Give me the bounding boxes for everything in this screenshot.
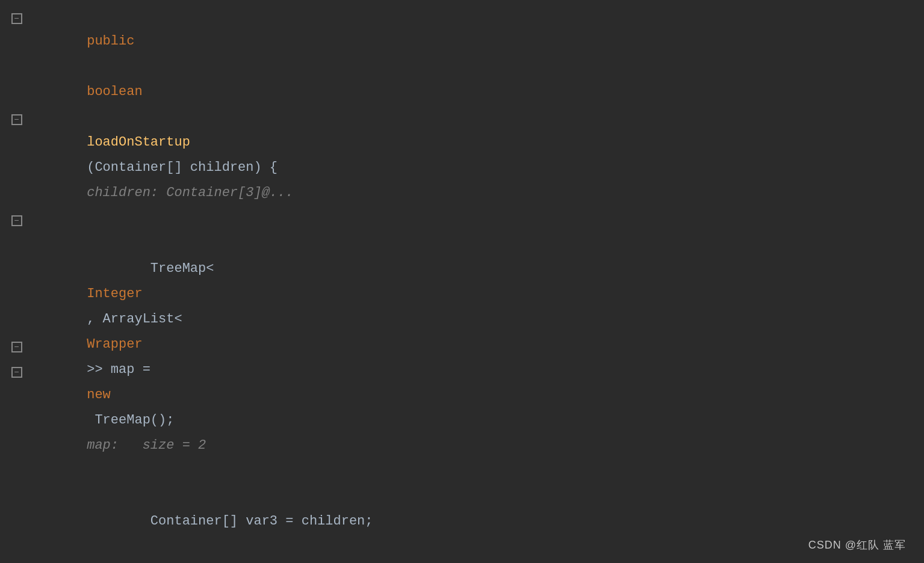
fold-icon-4[interactable]: − [11, 342, 22, 352]
code-container: − − − − − public boolean [0, 0, 924, 563]
type-integer: Integer [87, 286, 142, 301]
gutter-item-13 [0, 309, 33, 334]
gutter-item-2 [0, 31, 33, 57]
code-area: public boolean loadOnStartup (Container[… [33, 0, 924, 563]
gutter-item-7 [0, 158, 33, 183]
code-line-2: TreeMap< Integer , ArrayList< Wrapper >>… [39, 231, 918, 484]
gutter-item-14[interactable]: − [0, 334, 33, 360]
gutter-item-5[interactable]: − [0, 107, 33, 132]
comment-1: children: Container[3]@... [87, 185, 293, 200]
comment-2: map: size = 2 [87, 438, 206, 453]
fold-icon-5[interactable]: − [11, 367, 22, 378]
type-wrapper: Wrapper [87, 337, 142, 352]
gutter-item-9[interactable]: − [0, 208, 33, 233]
keyword-public: public [87, 34, 134, 49]
keyword-boolean: boolean [87, 84, 142, 99]
code-line-1: public boolean loadOnStartup (Container[… [39, 4, 918, 231]
fold-icon-2[interactable]: − [11, 114, 22, 125]
gutter-item-4 [0, 82, 33, 107]
method-name: loadOnStartup [87, 135, 190, 150]
gutter-item-15[interactable]: − [0, 360, 33, 385]
gutter-item-8 [0, 183, 33, 208]
gutter-item-6 [0, 132, 33, 158]
gutter: − − − − − [0, 0, 33, 563]
gutter-item-1[interactable]: − [0, 6, 33, 31]
gutter-item-3 [0, 57, 33, 82]
fold-icon-1[interactable]: − [11, 13, 22, 24]
gutter-item-11 [0, 259, 33, 284]
fold-icon-3[interactable]: − [11, 215, 22, 226]
gutter-item-10 [0, 233, 33, 259]
code-line-4: int var4 = children.length; children: Co… [39, 559, 918, 563]
watermark: CSDN @红队 蓝军 [808, 538, 906, 552]
code-line-3: Container[] var3 = children; [39, 484, 918, 559]
keyword-new: new [87, 387, 111, 402]
gutter-item-12 [0, 284, 33, 309]
